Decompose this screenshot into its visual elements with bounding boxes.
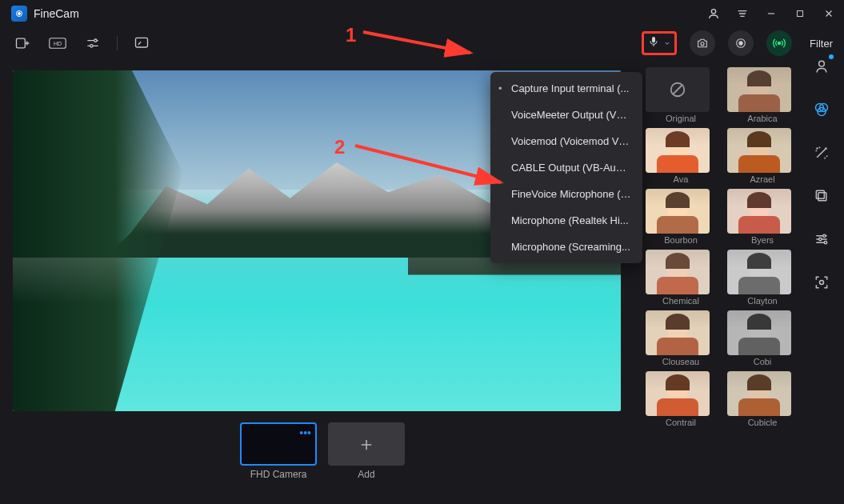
source-label: Add <box>328 469 405 480</box>
filter-azrael[interactable]: Azrael <box>727 128 798 184</box>
chevron-down-icon <box>663 36 671 50</box>
svg-point-16 <box>819 61 825 66</box>
microphone-dropdown: Capture Input terminal (... VoiceMeeter … <box>490 72 642 263</box>
mic-option[interactable]: VoiceMeeter Output (VB... <box>490 102 642 128</box>
filter-clouseau[interactable]: Clouseau <box>646 310 716 366</box>
filter-byers[interactable]: Byers <box>727 189 798 245</box>
source-strip: ••• FHD Camera ＋ Add <box>240 422 405 480</box>
filter-heading: Filter <box>810 38 833 50</box>
magic-wand-icon[interactable] <box>811 142 832 163</box>
filter-cubicle[interactable]: Cubicle <box>727 371 798 427</box>
filter-cobi[interactable]: Cobi <box>727 310 798 366</box>
filter-original[interactable]: Original <box>646 67 716 123</box>
toolbar-separator <box>117 36 118 50</box>
mic-option[interactable]: FineVoice Microphone (F... <box>490 181 642 207</box>
account-icon[interactable] <box>706 6 721 21</box>
svg-point-14 <box>778 42 781 45</box>
filter-contrail[interactable]: Contrail <box>646 371 716 427</box>
svg-point-22 <box>823 234 826 237</box>
adjustments-icon[interactable] <box>811 229 832 250</box>
svg-rect-10 <box>652 37 655 42</box>
close-button[interactable] <box>822 6 836 21</box>
whiteboard-icon[interactable] <box>130 32 153 54</box>
app-logo <box>11 6 27 22</box>
source-options-icon[interactable]: ••• <box>299 426 311 439</box>
svg-point-24 <box>824 242 826 244</box>
svg-point-7 <box>94 39 97 42</box>
mic-option[interactable]: CABLE Output (VB-Audi... <box>490 154 642 181</box>
microphone-icon <box>647 35 660 51</box>
toolbar: HD Filter <box>0 27 844 59</box>
settings-sliders-icon[interactable] <box>82 32 104 54</box>
source-camera[interactable]: ••• FHD Camera <box>240 422 317 480</box>
record-button[interactable] <box>728 30 754 56</box>
broadcast-button[interactable] <box>766 30 792 56</box>
svg-point-11 <box>701 42 704 46</box>
menu-icon[interactable] <box>735 6 750 21</box>
minimize-button[interactable] <box>764 6 778 21</box>
mic-option[interactable]: Microphone (Realtek Hi... <box>490 207 642 234</box>
source-label: FHD Camera <box>240 469 317 480</box>
filter-chemical[interactable]: Chemical <box>646 250 716 306</box>
filter-ava[interactable]: Ava <box>646 128 716 184</box>
svg-point-25 <box>820 281 824 285</box>
window-controls <box>706 6 836 21</box>
svg-point-1 <box>18 13 21 15</box>
app-title: FineCam <box>34 7 79 20</box>
mic-option[interactable]: Microphone (Screaming... <box>490 234 642 260</box>
scene-focus-icon[interactable] <box>811 272 832 293</box>
svg-point-2 <box>711 10 715 14</box>
mic-option[interactable]: Voicemod (Voicemod Vir... <box>490 128 642 154</box>
none-icon <box>669 81 686 98</box>
svg-point-23 <box>819 238 822 240</box>
svg-point-13 <box>738 41 742 45</box>
notification-dot <box>829 54 834 59</box>
profile-icon[interactable] <box>811 56 832 77</box>
svg-rect-4 <box>17 38 26 48</box>
svg-rect-21 <box>816 190 824 198</box>
filters-tab-icon[interactable] <box>811 99 832 120</box>
layers-icon[interactable] <box>811 186 832 206</box>
titlebar: FineCam <box>0 0 844 27</box>
microphone-selector[interactable] <box>642 31 677 55</box>
hd-icon[interactable]: HD <box>46 32 69 54</box>
filter-bourbon[interactable]: Bourbon <box>646 189 716 245</box>
plus-icon: ＋ <box>357 431 376 457</box>
add-source-button[interactable]: ＋ Add <box>328 422 405 480</box>
svg-point-8 <box>90 45 93 47</box>
filter-arabica[interactable]: Arabica <box>727 67 798 123</box>
filter-clayton[interactable]: Clayton <box>727 250 798 306</box>
filter-panel: Original Arabica Ava Azrael Bourbon Byer… <box>646 67 798 427</box>
svg-text:HD: HD <box>54 41 62 46</box>
right-rail <box>807 56 836 293</box>
add-scene-icon[interactable] <box>11 32 34 54</box>
mic-option[interactable]: Capture Input terminal (... <box>490 75 642 102</box>
snapshot-button[interactable] <box>690 30 715 56</box>
svg-rect-9 <box>136 38 148 47</box>
svg-rect-20 <box>818 193 826 201</box>
maximize-button[interactable] <box>793 6 807 21</box>
svg-rect-3 <box>798 11 803 17</box>
